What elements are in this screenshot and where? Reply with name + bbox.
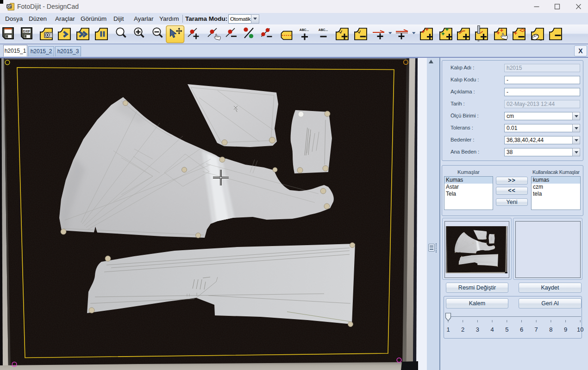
svg-text:1: 1 — [446, 326, 450, 333]
svg-text:ABC...: ABC... — [300, 28, 309, 31]
svg-text:7: 7 — [535, 326, 538, 333]
svg-text:5: 5 — [505, 326, 508, 333]
svg-text:DXF: DXF — [23, 29, 31, 33]
svg-text:9: 9 — [564, 326, 567, 333]
svg-text:4: 4 — [490, 326, 494, 333]
svg-text:3: 3 — [476, 326, 479, 333]
svg-text:8: 8 — [549, 326, 552, 333]
svg-text:2: 2 — [461, 326, 464, 333]
svg-text:10: 10 — [577, 326, 583, 333]
svg-text:ABC...: ABC... — [319, 28, 328, 31]
svg-text:6: 6 — [520, 326, 523, 333]
